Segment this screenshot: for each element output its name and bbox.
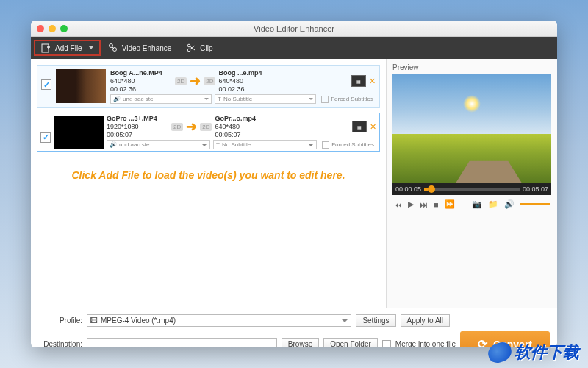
enhance-icon xyxy=(108,43,118,53)
snapshot-button[interactable]: 📷 xyxy=(472,199,482,209)
film-icon: 🎞 xyxy=(90,316,98,325)
apply-all-button[interactable]: Apply to All xyxy=(401,314,450,327)
folder-button[interactable]: 📁 xyxy=(488,199,498,209)
add-file-button[interactable]: Add File xyxy=(34,40,101,56)
hint-text: Click Add File to load the video(s) you … xyxy=(37,156,380,194)
merge-label: Merge into one file xyxy=(395,340,456,347)
app-window: Video Editor Enhancer Add File Video Enh… xyxy=(31,21,557,347)
file-item[interactable]: Boog A...ne.MP4 640*480 00:02:36 2D ➜ 2D… xyxy=(37,65,380,108)
subtitle-select[interactable]: TNo Subtitle xyxy=(213,140,317,149)
2d-badge: 2D xyxy=(200,123,212,131)
video-enhance-button[interactable]: Video Enhance xyxy=(101,40,179,56)
2d-badge: 2D xyxy=(204,77,215,85)
dst-duration: 00:02:36 xyxy=(218,85,280,93)
2d-badge: 2D xyxy=(171,123,183,131)
volume-slider[interactable] xyxy=(520,203,550,205)
speaker-icon: 🔊 xyxy=(113,96,121,102)
file-thumbnail[interactable] xyxy=(56,69,106,103)
preview-video[interactable] xyxy=(392,74,551,183)
subtitle-icon: T xyxy=(218,96,221,102)
file-item[interactable]: GoPro ...3+.MP4 1920*1080 00:05:07 2D ➜ … xyxy=(37,113,380,152)
dst-resolution: 640*480 xyxy=(218,77,280,85)
file-checkbox[interactable] xyxy=(40,132,51,143)
src-filename: Boog A...ne.MP4 xyxy=(110,69,172,77)
svg-point-3 xyxy=(188,44,191,47)
titlebar: Video Editor Enhancer xyxy=(31,21,557,37)
dst-filename: Boog ...e.mp4 xyxy=(218,69,280,77)
dragon-icon xyxy=(486,340,514,364)
settings-button[interactable]: Settings xyxy=(356,314,395,327)
dst-duration: 00:05:07 xyxy=(215,131,276,138)
src-resolution: 1920*1080 xyxy=(107,123,168,130)
src-resolution: 640*480 xyxy=(110,77,172,85)
profile-label: Profile: xyxy=(38,316,82,325)
time-current: 00:00:05 xyxy=(395,185,421,193)
file-list: Boog A...ne.MP4 640*480 00:02:36 2D ➜ 2D… xyxy=(37,65,380,302)
src-filename: GoPro ...3+.MP4 xyxy=(107,115,168,122)
chevron-down-icon xyxy=(89,46,93,49)
profile-icon[interactable]: ▦ xyxy=(352,121,367,132)
refresh-icon: ⟳ xyxy=(478,337,487,347)
volume-icon[interactable]: 🔊 xyxy=(504,199,514,209)
open-folder-button[interactable]: Open Folder xyxy=(323,338,378,347)
forced-sub-checkbox[interactable]: Forced Subtitles xyxy=(320,140,376,149)
arrow-right-icon: ➜ xyxy=(190,73,201,89)
preview-label: Preview xyxy=(392,63,551,71)
time-total: 00:05:07 xyxy=(523,185,548,193)
prev-button[interactable]: ⏮ xyxy=(394,200,402,209)
preview-panel: Preview 00:00:05 00:05:07 ⏮ ▶ ⏭ ■ ⏩ 📷 📁 xyxy=(387,59,557,308)
browse-button[interactable]: Browse xyxy=(282,338,319,347)
fast-forward-button[interactable]: ⏩ xyxy=(445,199,455,209)
subtitle-select[interactable]: TNo Subtitle xyxy=(215,94,316,104)
clip-button[interactable]: Clip xyxy=(179,40,220,56)
speaker-icon: 🔊 xyxy=(110,141,117,148)
bottom-bar: Profile: 🎞 MPEG-4 Video (*.mp4) Settings… xyxy=(31,308,557,347)
svg-rect-0 xyxy=(42,44,49,52)
watermark: 软件下载 xyxy=(488,342,579,364)
merge-checkbox[interactable] xyxy=(382,340,391,348)
profile-select[interactable]: 🎞 MPEG-4 Video (*.mp4) xyxy=(87,314,351,327)
stop-button[interactable]: ■ xyxy=(434,200,439,209)
remove-button[interactable]: ✕ xyxy=(369,77,376,86)
destination-label: Destination: xyxy=(38,340,82,347)
svg-point-4 xyxy=(188,49,191,52)
add-file-icon xyxy=(41,43,51,53)
play-button[interactable]: ▶ xyxy=(408,199,414,209)
video-enhance-label: Video Enhance xyxy=(122,44,172,52)
destination-input[interactable] xyxy=(87,338,277,348)
svg-point-1 xyxy=(109,44,112,48)
file-thumbnail[interactable] xyxy=(54,116,104,149)
profile-icon[interactable]: ▦ xyxy=(351,75,366,87)
src-duration: 00:05:07 xyxy=(107,131,168,138)
window-title: Video Editor Enhancer xyxy=(31,24,557,33)
audio-select[interactable]: 🔊und aac ste xyxy=(110,94,212,104)
clip-label: Clip xyxy=(200,44,212,52)
time-bar: 00:00:05 00:05:07 xyxy=(392,183,551,195)
src-duration: 00:02:36 xyxy=(110,85,172,93)
subtitle-icon: T xyxy=(216,141,220,148)
audio-select[interactable]: 🔊und aac ste xyxy=(107,140,210,149)
add-file-label: Add File xyxy=(55,44,82,52)
file-panel: Boog A...ne.MP4 640*480 00:02:36 2D ➜ 2D… xyxy=(31,59,387,308)
next-button[interactable]: ⏭ xyxy=(420,200,428,209)
forced-sub-checkbox[interactable]: Forced Subtitles xyxy=(319,94,376,104)
2d-badge: 2D xyxy=(175,77,187,85)
file-checkbox[interactable] xyxy=(41,79,51,90)
remove-button[interactable]: ✕ xyxy=(370,122,376,132)
scissors-icon xyxy=(186,43,196,53)
dst-filename: GoPr...o.mp4 xyxy=(215,115,276,122)
toolbar: Add File Video Enhance Clip xyxy=(31,37,557,59)
dst-resolution: 640*480 xyxy=(215,123,276,130)
arrow-right-icon: ➜ xyxy=(186,118,197,135)
seek-slider[interactable] xyxy=(424,188,520,191)
